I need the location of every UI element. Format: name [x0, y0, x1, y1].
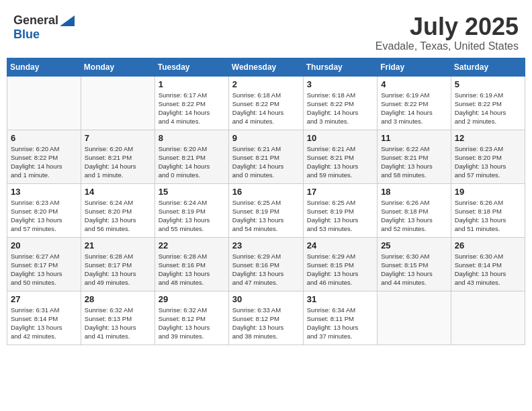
calendar-cell: 13Sunrise: 6:23 AM Sunset: 8:20 PM Dayli…: [7, 183, 81, 237]
calendar-cell: 3Sunrise: 6:18 AM Sunset: 8:22 PM Daylig…: [303, 76, 377, 130]
calendar-cell: [451, 291, 525, 345]
day-number: 16: [232, 187, 300, 197]
calendar-cell: 22Sunrise: 6:28 AM Sunset: 8:16 PM Dayli…: [154, 237, 228, 291]
day-detail: Sunrise: 6:20 AM Sunset: 8:21 PM Dayligh…: [159, 144, 225, 180]
day-detail: Sunrise: 6:32 AM Sunset: 8:13 PM Dayligh…: [85, 306, 151, 341]
day-detail: Sunrise: 6:26 AM Sunset: 8:18 PM Dayligh…: [455, 198, 521, 234]
day-detail: Sunrise: 6:19 AM Sunset: 8:22 PM Dayligh…: [381, 91, 447, 126]
calendar-cell: [81, 76, 154, 130]
page-header: General Blue July 2025 Evadale, Texas, U…: [7, 7, 525, 58]
day-detail: Sunrise: 6:28 AM Sunset: 8:17 PM Dayligh…: [85, 252, 151, 287]
day-number: 27: [11, 294, 77, 304]
day-number: 18: [381, 187, 447, 197]
calendar-cell: 8Sunrise: 6:20 AM Sunset: 8:21 PM Daylig…: [154, 130, 228, 183]
day-detail: Sunrise: 6:23 AM Sunset: 8:20 PM Dayligh…: [11, 198, 77, 234]
weekday-header: Monday: [81, 58, 154, 76]
calendar-cell: 15Sunrise: 6:24 AM Sunset: 8:19 PM Dayli…: [154, 183, 228, 237]
calendar-cell: 16Sunrise: 6:25 AM Sunset: 8:19 PM Dayli…: [228, 183, 303, 237]
calendar-cell: 5Sunrise: 6:19 AM Sunset: 8:22 PM Daylig…: [451, 76, 525, 130]
day-detail: Sunrise: 6:26 AM Sunset: 8:18 PM Dayligh…: [381, 198, 447, 234]
day-number: 15: [159, 187, 225, 197]
day-number: 14: [85, 187, 151, 197]
calendar-cell: 23Sunrise: 6:29 AM Sunset: 8:16 PM Dayli…: [228, 237, 303, 291]
day-number: 12: [455, 133, 521, 143]
day-detail: Sunrise: 6:18 AM Sunset: 8:22 PM Dayligh…: [307, 91, 373, 126]
logo-icon: [60, 15, 75, 26]
weekday-header: Saturday: [451, 58, 525, 76]
day-number: 31: [307, 294, 373, 304]
calendar-cell: 12Sunrise: 6:23 AM Sunset: 8:20 PM Dayli…: [451, 130, 525, 183]
day-detail: Sunrise: 6:24 AM Sunset: 8:20 PM Dayligh…: [85, 198, 151, 234]
day-number: 19: [455, 187, 521, 197]
day-detail: Sunrise: 6:34 AM Sunset: 8:11 PM Dayligh…: [307, 306, 373, 341]
day-number: 5: [455, 79, 521, 89]
day-number: 13: [11, 187, 77, 197]
calendar-cell: 26Sunrise: 6:30 AM Sunset: 8:14 PM Dayli…: [451, 237, 525, 291]
day-number: 28: [85, 294, 151, 304]
day-number: 25: [381, 240, 447, 250]
weekday-header: Friday: [378, 58, 451, 76]
day-detail: Sunrise: 6:29 AM Sunset: 8:16 PM Dayligh…: [232, 252, 300, 287]
calendar-cell: 25Sunrise: 6:30 AM Sunset: 8:15 PM Dayli…: [378, 237, 451, 291]
calendar-cell: [378, 291, 451, 345]
location-subtitle: Evadale, Texas, United States: [375, 40, 519, 52]
day-number: 24: [307, 240, 373, 250]
calendar-cell: [7, 76, 81, 130]
day-number: 4: [381, 79, 447, 89]
day-number: 11: [381, 133, 447, 143]
weekday-header: Thursday: [303, 58, 377, 76]
weekday-header: Sunday: [7, 58, 81, 76]
calendar-cell: 17Sunrise: 6:25 AM Sunset: 8:19 PM Dayli…: [303, 183, 377, 237]
day-detail: Sunrise: 6:19 AM Sunset: 8:22 PM Dayligh…: [455, 91, 521, 126]
calendar-cell: 9Sunrise: 6:21 AM Sunset: 8:21 PM Daylig…: [228, 130, 303, 183]
day-detail: Sunrise: 6:30 AM Sunset: 8:14 PM Dayligh…: [455, 252, 521, 287]
calendar-week-row: 1Sunrise: 6:17 AM Sunset: 8:22 PM Daylig…: [7, 76, 525, 130]
month-year-title: July 2025: [375, 13, 519, 40]
day-number: 23: [232, 240, 300, 250]
day-number: 29: [159, 294, 225, 304]
day-number: 26: [455, 240, 521, 250]
day-number: 30: [232, 294, 300, 304]
calendar-cell: 28Sunrise: 6:32 AM Sunset: 8:13 PM Dayli…: [81, 291, 154, 345]
calendar-cell: 31Sunrise: 6:34 AM Sunset: 8:11 PM Dayli…: [303, 291, 377, 345]
day-detail: Sunrise: 6:22 AM Sunset: 8:21 PM Dayligh…: [381, 144, 447, 180]
calendar-cell: 10Sunrise: 6:21 AM Sunset: 8:21 PM Dayli…: [303, 130, 377, 183]
day-number: 8: [159, 133, 225, 143]
day-detail: Sunrise: 6:31 AM Sunset: 8:14 PM Dayligh…: [11, 306, 77, 341]
day-number: 1: [159, 79, 225, 89]
weekday-header: Wednesday: [228, 58, 303, 76]
calendar-cell: 27Sunrise: 6:31 AM Sunset: 8:14 PM Dayli…: [7, 291, 81, 345]
day-detail: Sunrise: 6:20 AM Sunset: 8:21 PM Dayligh…: [85, 144, 151, 180]
day-detail: Sunrise: 6:27 AM Sunset: 8:17 PM Dayligh…: [11, 252, 77, 287]
calendar-week-row: 13Sunrise: 6:23 AM Sunset: 8:20 PM Dayli…: [7, 183, 525, 237]
day-number: 21: [85, 240, 151, 250]
day-detail: Sunrise: 6:25 AM Sunset: 8:19 PM Dayligh…: [232, 198, 300, 234]
calendar-cell: 18Sunrise: 6:26 AM Sunset: 8:18 PM Dayli…: [378, 183, 451, 237]
day-detail: Sunrise: 6:23 AM Sunset: 8:20 PM Dayligh…: [455, 144, 521, 180]
logo-blue-text: Blue: [13, 28, 40, 41]
calendar-week-row: 20Sunrise: 6:27 AM Sunset: 8:17 PM Dayli…: [7, 237, 525, 291]
calendar-table: SundayMondayTuesdayWednesdayThursdayFrid…: [7, 58, 525, 345]
calendar-week-row: 6Sunrise: 6:20 AM Sunset: 8:22 PM Daylig…: [7, 130, 525, 183]
day-detail: Sunrise: 6:32 AM Sunset: 8:12 PM Dayligh…: [159, 306, 225, 341]
calendar-cell: 24Sunrise: 6:29 AM Sunset: 8:15 PM Dayli…: [303, 237, 377, 291]
day-detail: Sunrise: 6:24 AM Sunset: 8:19 PM Dayligh…: [159, 198, 225, 234]
day-number: 3: [307, 79, 373, 89]
day-number: 17: [307, 187, 373, 197]
calendar-cell: 7Sunrise: 6:20 AM Sunset: 8:21 PM Daylig…: [81, 130, 154, 183]
day-number: 22: [159, 240, 225, 250]
day-detail: Sunrise: 6:29 AM Sunset: 8:15 PM Dayligh…: [307, 252, 373, 287]
calendar-header-row: SundayMondayTuesdayWednesdayThursdayFrid…: [7, 58, 525, 76]
calendar-cell: 30Sunrise: 6:33 AM Sunset: 8:12 PM Dayli…: [228, 291, 303, 345]
day-number: 2: [232, 79, 300, 89]
day-number: 20: [11, 240, 77, 250]
day-detail: Sunrise: 6:30 AM Sunset: 8:15 PM Dayligh…: [381, 252, 447, 287]
calendar-cell: 21Sunrise: 6:28 AM Sunset: 8:17 PM Dayli…: [81, 237, 154, 291]
calendar-cell: 2Sunrise: 6:18 AM Sunset: 8:22 PM Daylig…: [228, 76, 303, 130]
day-number: 9: [232, 133, 300, 143]
day-detail: Sunrise: 6:28 AM Sunset: 8:16 PM Dayligh…: [159, 252, 225, 287]
calendar-cell: 1Sunrise: 6:17 AM Sunset: 8:22 PM Daylig…: [154, 76, 228, 130]
day-detail: Sunrise: 6:33 AM Sunset: 8:12 PM Dayligh…: [232, 306, 300, 341]
logo: General Blue: [13, 13, 75, 42]
calendar-cell: 14Sunrise: 6:24 AM Sunset: 8:20 PM Dayli…: [81, 183, 154, 237]
